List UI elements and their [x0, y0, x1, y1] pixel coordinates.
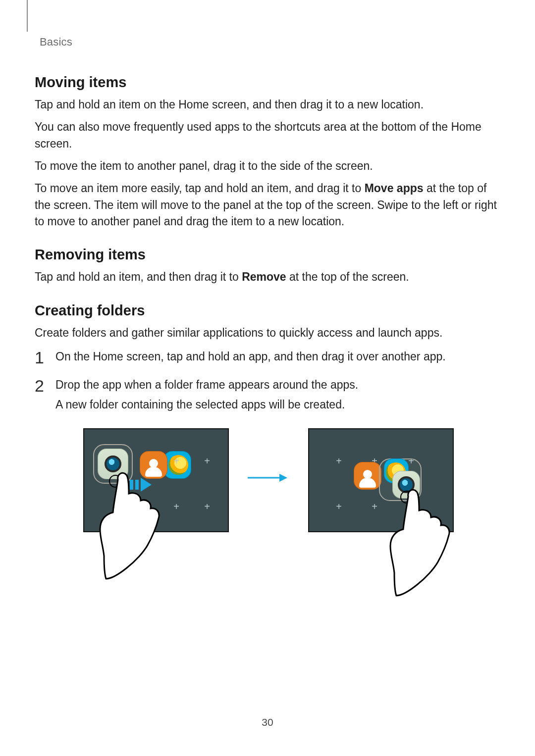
step-1-text: On the Home screen, tap and hold an app,… — [55, 350, 446, 363]
svg-marker-1 — [279, 474, 287, 482]
illustration: + + + + — [35, 428, 500, 577]
contacts-app-icon — [140, 451, 167, 479]
step-2b-text: A new folder containing the selected app… — [55, 396, 500, 413]
step-2-text: Drop the app when a folder frame appears… — [55, 378, 358, 391]
illustration-right: + + + + + — [308, 428, 452, 577]
moving-p2: You can also move frequently used apps t… — [35, 119, 500, 152]
camera-app-icon — [98, 449, 128, 479]
drag-arrow-icon — [130, 478, 160, 491]
creating-intro: Create folders and gather similar applic… — [35, 325, 500, 341]
heading-removing-items: Removing items — [35, 247, 500, 263]
removing-p1-b: at the top of the screen. — [286, 270, 409, 283]
page-number: 30 — [0, 716, 535, 728]
removing-p1-bold: Remove — [242, 270, 286, 283]
creating-steps: On the Home screen, tap and hold an app,… — [35, 348, 500, 413]
moving-p4-bold: Move apps — [365, 182, 424, 195]
step-2: Drop the app when a folder frame appears… — [35, 376, 500, 413]
removing-p1: Tap and hold an item, and then drag it t… — [35, 269, 500, 285]
phone-screen-right: + + + + + — [308, 428, 454, 532]
transition-arrow-icon — [247, 472, 288, 484]
header-rule — [27, 0, 28, 32]
page-content: Moving items Tap and hold an item on the… — [35, 74, 500, 577]
heading-creating-folders: Creating folders — [35, 302, 500, 319]
heading-moving-items: Moving items — [35, 74, 500, 91]
step-1: On the Home screen, tap and hold an app,… — [35, 348, 500, 365]
moving-p4: To move an item more easily, tap and hol… — [35, 180, 500, 230]
header-section-label: Basics — [40, 20, 500, 49]
phone-screen-left: + + + + — [83, 428, 229, 532]
moving-p4-a: To move an item more easily, tap and hol… — [35, 182, 365, 195]
moving-p3: To move the item to another panel, drag … — [35, 158, 500, 174]
moving-p1: Tap and hold an item on the Home screen,… — [35, 97, 500, 113]
manual-page: Basics Moving items Tap and hold an item… — [0, 0, 535, 756]
illustration-left: + + + + — [83, 428, 227, 577]
removing-p1-a: Tap and hold an item, and then drag it t… — [35, 270, 242, 283]
contacts-app-icon — [354, 462, 381, 490]
